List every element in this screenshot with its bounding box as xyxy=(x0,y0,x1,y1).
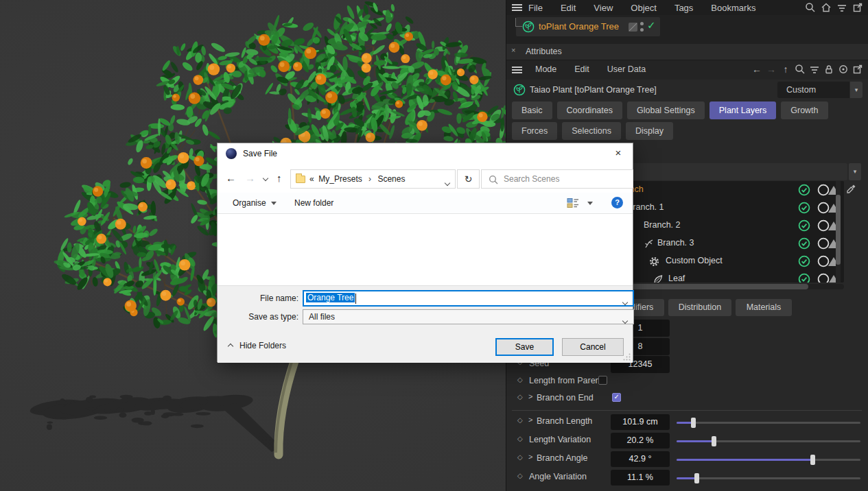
tab-growth[interactable]: Growth xyxy=(781,101,828,119)
menu-bookmarks[interactable]: Bookmarks xyxy=(711,3,755,13)
tab-forces[interactable]: Forces xyxy=(512,122,557,140)
expander-icon[interactable] xyxy=(528,453,532,461)
layer-enabled-check-icon[interactable] xyxy=(798,184,810,196)
menu-file[interactable]: File xyxy=(528,3,543,13)
visibility-dots-icon[interactable] xyxy=(640,22,644,32)
target-icon[interactable] xyxy=(838,64,849,75)
file-list-area[interactable] xyxy=(218,214,633,285)
save-as-type-chevron-icon[interactable] xyxy=(622,318,628,324)
param-value-field[interactable]: 101.9 cm xyxy=(611,414,670,430)
filter-icon[interactable] xyxy=(809,64,820,75)
new-folder-button[interactable]: New folder xyxy=(294,198,333,208)
view-mode-icon[interactable] xyxy=(567,197,579,208)
eyedropper-icon[interactable] xyxy=(845,182,858,195)
organise-button[interactable]: Organise xyxy=(233,198,277,208)
popout-icon[interactable] xyxy=(852,2,863,13)
menu-view[interactable]: View xyxy=(594,3,613,13)
tab-distribution[interactable]: Distribution xyxy=(668,299,731,316)
attributes-menu-icon[interactable] xyxy=(512,66,522,74)
save-button[interactable]: Save xyxy=(495,338,554,356)
filter-icon[interactable] xyxy=(836,2,847,13)
forward-icon[interactable]: → xyxy=(766,64,777,75)
branch-on-end-checkbox[interactable] xyxy=(612,393,621,402)
slider-track[interactable] xyxy=(677,440,860,442)
tab-global-settings[interactable]: Global Settings xyxy=(627,101,705,119)
menu-tags[interactable]: Tags xyxy=(675,3,693,13)
search-icon[interactable] xyxy=(805,2,816,13)
tab-display[interactable]: Display xyxy=(626,122,673,140)
attr-menu-mode[interactable]: Mode xyxy=(535,64,556,74)
param-value-field[interactable]: 42.9 ° xyxy=(611,451,670,467)
list-scrollbar-thumb[interactable] xyxy=(836,195,841,265)
menu-edit[interactable]: Edit xyxy=(561,3,576,13)
breadcrumb-item-scenes[interactable]: Scenes xyxy=(377,174,405,184)
refresh-button[interactable] xyxy=(457,169,480,189)
up-button[interactable]: ↑ xyxy=(277,172,282,184)
back-icon[interactable]: ← xyxy=(751,64,762,75)
close-button[interactable] xyxy=(611,147,626,160)
slider-handle[interactable] xyxy=(691,418,696,428)
slider-track[interactable] xyxy=(677,459,860,461)
leaf-icon xyxy=(653,274,664,283)
recent-locations-chevron-icon[interactable] xyxy=(263,176,268,181)
attr-menu-edit[interactable]: Edit xyxy=(574,64,589,74)
popout-icon[interactable] xyxy=(852,64,863,75)
home-icon[interactable] xyxy=(821,2,832,13)
preset-dropdown[interactable]: Custom xyxy=(777,82,849,98)
param-value-field[interactable]: 20.2 % xyxy=(611,433,670,448)
slider-track[interactable] xyxy=(677,477,860,479)
attr-menu-user-data[interactable]: User Data xyxy=(607,64,646,74)
object-enabled-check-icon[interactable] xyxy=(647,19,656,32)
search-input[interactable] xyxy=(504,173,627,185)
object-manager-menubar: File Edit View Object Tags Bookmarks xyxy=(506,0,868,15)
help-button[interactable]: ? xyxy=(611,197,623,208)
tab-materials[interactable]: Materials xyxy=(736,299,792,316)
back-button[interactable]: ← xyxy=(226,172,236,184)
search-box[interactable] xyxy=(481,169,633,189)
menu-object[interactable]: Object xyxy=(631,3,657,13)
expander-icon[interactable] xyxy=(528,392,532,400)
hide-folders-button[interactable]: Hide Folders xyxy=(228,341,286,350)
hamburger-menu-icon[interactable] xyxy=(512,3,522,12)
breadcrumb-item-my-presets[interactable]: My_Presets xyxy=(318,174,362,184)
save-as-type-select[interactable]: All files xyxy=(303,309,634,324)
layer-enabled-check-icon[interactable] xyxy=(798,237,810,250)
layer-enabled-check-icon[interactable] xyxy=(798,255,810,267)
preset-dropdown-arrow-icon[interactable] xyxy=(850,82,863,98)
layer-label: Custom Object xyxy=(666,256,723,265)
search-icon[interactable] xyxy=(795,64,806,75)
object-name[interactable]: toPlant Orange Tree xyxy=(539,21,619,32)
tab-plant-layers[interactable]: Plant Layers xyxy=(709,101,776,119)
layer-enabled-check-icon[interactable] xyxy=(798,273,810,283)
lock-icon[interactable] xyxy=(823,64,834,75)
breadcrumb[interactable]: « My_Presets › Scenes xyxy=(290,169,456,189)
breadcrumb-dropdown-chevron-icon[interactable] xyxy=(445,180,450,186)
length-from-parent-checkbox[interactable] xyxy=(598,376,607,385)
layer-badge-icon[interactable] xyxy=(629,23,637,32)
param-label: Branch Length xyxy=(537,416,592,426)
close-panel-icon[interactable] xyxy=(511,46,515,54)
tree-connector xyxy=(515,18,522,27)
layer-enabled-check-icon[interactable] xyxy=(798,202,810,214)
object-manager: toPlant Orange Tree xyxy=(506,15,868,44)
slider-handle[interactable] xyxy=(694,473,699,483)
file-name-input[interactable]: Orange Tree xyxy=(303,290,634,307)
plant-object-icon xyxy=(513,84,526,96)
layer-preset-combobox-arrow-icon[interactable] xyxy=(849,163,861,180)
forward-button[interactable]: → xyxy=(245,172,255,184)
tab-basic[interactable]: Basic xyxy=(512,101,552,119)
tab-selections[interactable]: Selections xyxy=(562,122,621,140)
slider-track[interactable] xyxy=(677,422,860,424)
file-name-dropdown-chevron-icon[interactable] xyxy=(622,300,628,305)
dialog-titlebar[interactable]: Save File xyxy=(218,143,633,164)
tab-coordinates[interactable]: Coordinates xyxy=(557,101,622,119)
cancel-button[interactable]: Cancel xyxy=(562,338,624,356)
param-value-field[interactable]: 11.1 % xyxy=(611,470,670,486)
layer-enabled-check-icon[interactable] xyxy=(798,219,810,232)
expander-icon[interactable] xyxy=(528,416,532,424)
slider-handle[interactable] xyxy=(810,455,815,465)
slider-handle[interactable] xyxy=(712,436,716,446)
view-mode-dropdown-icon[interactable] xyxy=(587,202,593,205)
resize-grip[interactable] xyxy=(623,353,631,361)
up-icon[interactable]: ↑ xyxy=(780,64,791,75)
